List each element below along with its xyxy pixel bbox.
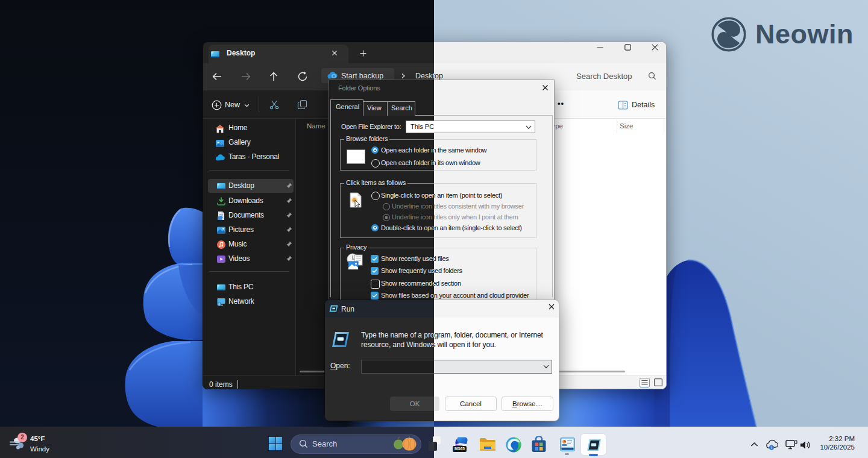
svg-text:i: i xyxy=(771,445,772,450)
